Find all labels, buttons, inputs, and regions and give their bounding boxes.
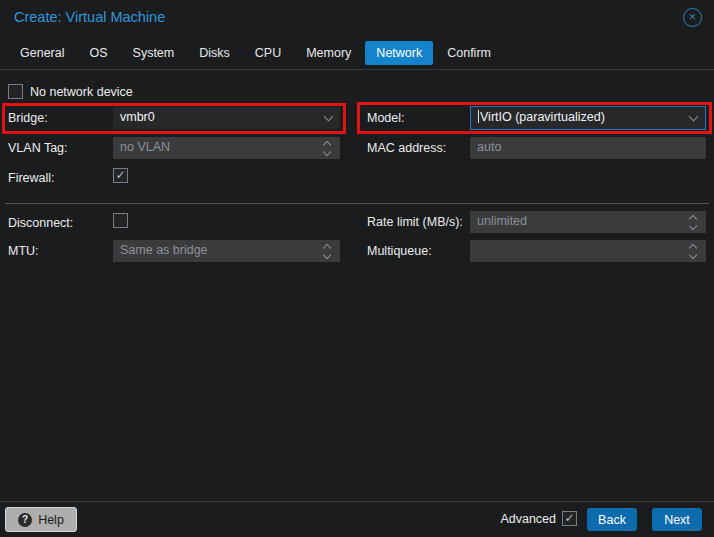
chevron-down-icon[interactable] <box>689 112 699 122</box>
spinner-icon[interactable] <box>689 242 699 260</box>
tab-general[interactable]: General <box>9 41 75 65</box>
no-network-device-label: No network device <box>30 81 133 103</box>
tab-cpu[interactable]: CPU <box>244 41 292 65</box>
mac-address-input[interactable]: auto <box>470 137 706 159</box>
back-button[interactable]: Back <box>587 508 637 531</box>
dialog-titlebar: Create: Virtual Machine × <box>0 0 714 36</box>
tab-memory[interactable]: Memory <box>295 41 362 65</box>
tab-system[interactable]: System <box>122 41 186 65</box>
mtu-input[interactable]: Same as bridge <box>113 240 340 262</box>
mac-address-placeholder: auto <box>477 140 501 154</box>
rate-limit-label: Rate limit (MB/s): <box>367 211 463 233</box>
model-value: VirtIO (paravirtualized) <box>480 110 605 124</box>
spinner-down-icon[interactable] <box>323 148 331 156</box>
model-label: Model: <box>367 107 405 129</box>
firewall-checkbox[interactable]: ✓ <box>113 168 128 183</box>
advanced-checkbox[interactable]: ✓ <box>562 511 577 526</box>
dialog-title: Create: Virtual Machine <box>14 9 165 25</box>
disconnect-label: Disconnect: <box>8 212 73 234</box>
advanced-toggle: Advanced ✓ <box>500 511 577 526</box>
mac-address-label: MAC address: <box>367 137 446 159</box>
spinner-icon[interactable] <box>689 213 699 231</box>
spinner-icon[interactable] <box>323 242 333 260</box>
vlan-tag-label: VLAN Tag: <box>8 137 68 159</box>
mtu-placeholder: Same as bridge <box>120 243 208 257</box>
rate-limit-input[interactable]: unlimited <box>470 211 706 233</box>
help-button-label: Help <box>38 513 64 527</box>
next-button[interactable]: Next <box>652 508 702 531</box>
footer-divider <box>0 501 714 502</box>
model-combobox[interactable]: VirtIO (paravirtualized) <box>470 106 706 130</box>
spinner-down-icon[interactable] <box>689 222 697 230</box>
vlan-tag-placeholder: no VLAN <box>120 140 170 154</box>
help-button[interactable]: ? Help <box>5 507 77 532</box>
rate-limit-placeholder: unlimited <box>477 214 527 228</box>
chevron-down-icon[interactable] <box>324 112 334 122</box>
disconnect-checkbox[interactable] <box>113 213 128 228</box>
firewall-label: Firewall: <box>8 167 55 189</box>
spinner-down-icon[interactable] <box>323 251 331 259</box>
no-network-device-checkbox[interactable] <box>8 84 23 99</box>
create-vm-dialog: Create: Virtual Machine × General OS Sys… <box>0 0 714 537</box>
multiqueue-input[interactable] <box>470 240 706 262</box>
tab-network[interactable]: Network <box>365 41 433 65</box>
wizard-tab-bar: General OS System Disks CPU Memory Netwo… <box>0 37 714 70</box>
bridge-label: Bridge: <box>8 107 48 129</box>
tab-disks[interactable]: Disks <box>188 41 241 65</box>
close-icon[interactable]: × <box>683 8 702 27</box>
multiqueue-label: Multiqueue: <box>367 240 432 262</box>
spinner-icon[interactable] <box>323 139 333 157</box>
vlan-tag-input[interactable]: no VLAN <box>113 137 340 159</box>
advanced-label: Advanced <box>500 512 556 526</box>
bridge-value: vmbr0 <box>120 110 155 124</box>
tab-confirm[interactable]: Confirm <box>436 41 502 65</box>
question-mark-icon: ? <box>18 513 32 527</box>
advanced-section-divider <box>5 203 709 204</box>
bridge-combobox[interactable]: vmbr0 <box>113 107 340 129</box>
mtu-label: MTU: <box>8 240 39 262</box>
tab-os[interactable]: OS <box>78 41 118 65</box>
text-cursor <box>478 110 479 123</box>
spinner-down-icon[interactable] <box>689 251 697 259</box>
